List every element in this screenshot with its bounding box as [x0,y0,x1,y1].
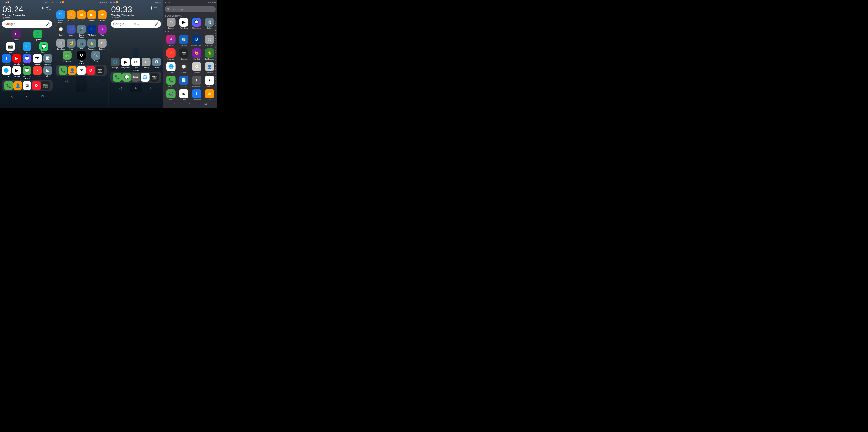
themes-icon[interactable]: 🎨 [67,10,75,19]
app-calculator[interactable]: 🔢 Calculator [56,39,66,50]
chrome-icon[interactable]: 🌐 [166,62,176,71]
alpha-P[interactable]: P [215,59,217,61]
alpha-U[interactable]: U [215,71,217,74]
app-maps[interactable]: 🗺 Maps [33,54,42,65]
app-topapps[interactable]: ⭐ Top Apps [87,39,97,50]
suggestion-settings-icon[interactable]: ⚙ [167,18,176,27]
app-playstore-3[interactable]: ▶ Play Store [121,58,130,69]
music-icon[interactable]: 🎵 [67,25,75,34]
recents-button-3[interactable]: □ [149,85,154,91]
uber-icon[interactable]: U [77,51,86,60]
catbird-icon[interactable]: 🐱 [192,49,201,58]
google-icon[interactable]: 🌐 [2,66,11,75]
messenger-icon[interactable]: 💬 [23,54,31,63]
drawer-chrome[interactable]: 🌐 Chrome [165,61,177,75]
drawer-calculator[interactable]: 🔢 Calculator [203,34,216,47]
home-button-2[interactable]: ○ [79,78,84,84]
drawer-docs[interactable]: 📄 Docs [178,75,190,88]
recents-button-1[interactable]: □ [40,94,45,99]
alpha-H[interactable]: H [215,39,217,42]
suggestion-settings[interactable]: ⚙ Settings [167,18,176,29]
alpha-D[interactable]: D [215,30,217,32]
alpha-O[interactable]: O [215,57,217,59]
drawer-all4[interactable]: 4 All 4 [165,34,177,47]
alpha-C[interactable]: C [215,27,217,30]
drawer-calendar[interactable]: 7 Calendar [165,48,177,61]
soundrecorder-icon[interactable]: 🎤 [77,25,86,34]
drawer-catsounds[interactable]: 🐈 Cat Sounds [203,48,216,61]
app-soundrecorder[interactable]: 🎤 Sound Reco... [77,25,86,38]
phonemanager-icon[interactable]: 🛡 [56,10,65,19]
app-settings-3[interactable]: ⚙ Settings [141,58,151,69]
suggestion-gallery[interactable]: 🖼 Gallery [205,18,214,29]
calculator-drawer-icon[interactable]: 🔢 [205,35,214,44]
alpha-M[interactable]: M [215,52,217,54]
downloads-icon[interactable]: ⬇ [192,76,201,85]
docs-icon[interactable]: 📄 [179,76,188,85]
notepad-icon[interactable]: 📝 [43,54,52,63]
app-twitter[interactable]: 🐦 Twitter [19,42,35,53]
slack-icon[interactable]: S [12,30,21,38]
playstore-icon-3[interactable]: ▶ [121,58,130,66]
google-icon-3[interactable]: 🌐 [111,58,120,66]
app-slack[interactable]: S Slack [6,30,27,41]
clock-icon[interactable]: 🕐 [56,25,65,34]
maps-icon[interactable]: 🗺 [33,54,42,63]
drawer-catbird[interactable]: 🐱 Cat Bird [190,48,203,61]
messaging-icon[interactable]: 💬 [23,66,31,75]
home-button-1[interactable]: ○ [24,94,30,99]
app-google[interactable]: 🌐 Google [2,66,11,77]
back-button-3[interactable]: ◁ [118,85,123,91]
drawer-camera[interactable]: 📷 Camera [178,48,190,61]
dock-contacts-2[interactable]: 👤 [68,66,76,75]
photos-icon[interactable]: 📸 [6,42,15,51]
alpha-Y[interactable]: Y [215,81,217,83]
app-settings-2[interactable]: ⚙ Settings [97,39,107,50]
suggestion-messenger-icon[interactable]: 💬 [192,18,201,27]
compass-icon[interactable]: 🧭 [192,62,201,71]
drawer-downloads[interactable]: ⬇ Downloads [190,75,203,88]
app-playstore-1[interactable]: ▶ Play Store [12,66,22,77]
facebook-icon[interactable]: f [2,54,11,63]
app-tfl[interactable]: T TfL Oyster [87,25,97,38]
drawer-dialler[interactable]: 📞 Dialler [165,75,177,88]
tools-icon[interactable]: 🔧 [91,51,100,60]
app-tips[interactable]: ℹ Tips [97,25,107,38]
dock-camera-3[interactable]: 📷 [150,73,159,82]
dialler-icon[interactable]: 📞 [166,76,176,85]
mic-icon-1[interactable]: 🎤 [46,22,50,26]
dock-camera-2[interactable]: 📷 [96,66,104,75]
dock-phone-3[interactable]: 📞 [113,73,122,82]
dock-email-1[interactable]: ✉ [23,81,31,90]
app-whatsapp[interactable]: 💬 WhatsApp [36,42,52,53]
dock-phone-1[interactable]: 📞 [4,81,13,90]
home-button-3[interactable]: ○ [133,85,139,91]
gallery-icon-1[interactable]: 🖼 [43,66,52,75]
app-videos[interactable]: ▶ Videos [87,10,97,24]
dock-email-2[interactable]: ✉ [77,66,86,75]
twitter-icon[interactable]: 🐦 [23,42,31,51]
email-drawer-icon[interactable]: ✉ [179,89,188,98]
alpha-K[interactable]: K [215,47,217,49]
alpha-J[interactable]: J [215,45,217,47]
dock-messages-3[interactable]: 💬 [122,73,131,82]
app-photos[interactable]: 📸 Photos [2,42,19,53]
contacts-drawer-icon[interactable]: 👤 [205,62,214,71]
settings-icon-2[interactable]: ⚙ [98,39,106,48]
alpha-N[interactable]: N [215,54,217,56]
calendar-drawer-icon[interactable]: 7 [166,49,176,58]
alpha-Z[interactable]: Z [215,83,217,86]
drawer-backup[interactable]: 🔄 Backup [178,34,190,47]
all4-icon[interactable]: 4 [166,35,176,44]
app-files[interactable]: 📁 Files [77,10,86,24]
dock-opera-1[interactable]: O [32,81,41,90]
back-button-1[interactable]: ◁ [9,94,14,99]
alpha-F[interactable]: F [215,35,217,37]
alpha-T[interactable]: T [215,69,217,71]
topapps-icon[interactable]: ⭐ [87,39,96,48]
alpha-X[interactable]: X [215,79,217,81]
settings-icon-3[interactable]: ⚙ [142,58,151,66]
app-health[interactable]: ❤ Health [97,10,107,24]
drawer-clock[interactable]: 🕐 Clock [178,61,190,75]
recents-button-2[interactable]: □ [94,78,100,84]
